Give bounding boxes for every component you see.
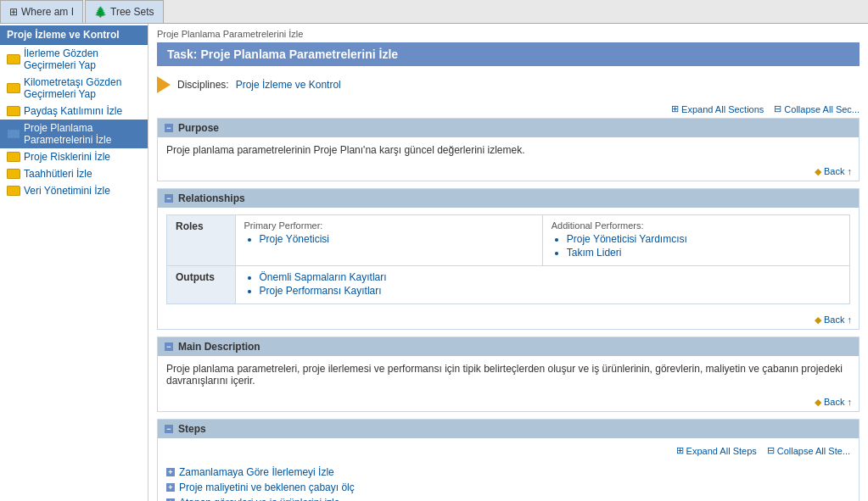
- collapse-all-steps-link[interactable]: ⊟ Collapse All Ste...: [767, 445, 850, 456]
- main-description-title: Main Description: [178, 341, 260, 353]
- additional-performers-cell: Additional Performers: Proje Yöneticisi …: [542, 215, 849, 266]
- expand-all-sections-label: Expand All Sections: [681, 104, 764, 114]
- folder-icon: [7, 129, 20, 139]
- steps-title: Steps: [178, 423, 206, 435]
- additional-performer-item[interactable]: Takım Lideri: [567, 247, 841, 259]
- primary-performer-cell: Primary Performer: Proje Yöneticisi: [235, 215, 542, 266]
- top-nav-bar: ⊞ Where am I 🌲 Tree Sets: [0, 0, 868, 24]
- steps-collapse-icon[interactable]: −: [165, 425, 173, 433]
- steps-body: ⊞ Expand All Steps ⊟ Collapse All Ste...…: [158, 438, 859, 501]
- sidebar-item-veri[interactable]: Veri Yönetimini İzle: [0, 182, 148, 199]
- purpose-back-link[interactable]: ◆ Back ↑: [158, 163, 859, 181]
- purpose-text: Proje planlama parametrelerinin Proje Pl…: [166, 144, 850, 156]
- additional-performers-label: Additional Performers:: [552, 220, 841, 231]
- sidebar-item-label: Veri Yönetimini İzle: [24, 185, 110, 197]
- primary-performer-item[interactable]: Proje Yöneticisi: [260, 233, 534, 245]
- sidebar-item-kilometre[interactable]: Kilometretaşı Gözden Geçirmeleri Yap: [0, 74, 148, 103]
- relationships-body: Roles Primary Performer: Proje Yöneticis…: [158, 208, 859, 311]
- grid-icon: ⊞: [9, 6, 18, 18]
- additional-performers-list: Proje Yöneticisi YardımcısıTakım Lideri: [567, 233, 841, 259]
- sidebar-item-label: İlerleme Gözden Geçirmeleri Yap: [24, 47, 141, 71]
- roles-row: Roles Primary Performer: Proje Yöneticis…: [167, 215, 850, 266]
- output-item[interactable]: Proje Performansı Kayıtları: [260, 285, 842, 297]
- expand-all-steps-label: Expand All Steps: [686, 446, 757, 456]
- folder-icon: [7, 169, 20, 179]
- sidebar: Proje İzleme ve Kontrol İlerleme Gözden …: [0, 24, 148, 501]
- step-item-step1[interactable]: +Zamanlamaya Göre İlerlemeyi İzle: [166, 465, 850, 480]
- purpose-section-header[interactable]: − Purpose: [158, 119, 859, 137]
- sidebar-item-label: Paydaş Katılımını İzle: [24, 105, 122, 117]
- folder-icon: [7, 83, 20, 93]
- sidebar-project-label: Proje İzleme ve Kontrol: [0, 25, 148, 45]
- purpose-section: − Purpose Proje planlama parametrelerini…: [157, 118, 860, 181]
- sidebar-item-taahhut[interactable]: Taahhütleri İzle: [0, 165, 148, 182]
- purpose-body: Proje planlama parametrelerinin Proje Pl…: [158, 137, 859, 163]
- discipline-arrow-icon: [157, 76, 171, 93]
- task-title: Task: Proje Planlama Parametrelerini İzl…: [157, 42, 860, 66]
- steps-list: +Zamanlamaya Göre İlerlemeyi İzle+Proje …: [166, 461, 850, 501]
- relationships-back-link[interactable]: ◆ Back ↑: [158, 311, 859, 329]
- collapse-all-sections-label: Collapse All Sec...: [784, 104, 860, 114]
- expand-steps-bar: ⊞ Expand All Steps ⊟ Collapse All Ste...: [166, 445, 850, 456]
- folder-icon: [7, 106, 20, 116]
- folder-icon: [7, 54, 20, 64]
- sidebar-item-proje-planlama[interactable]: Proje Planlama Parametrelerini İzle: [0, 120, 148, 148]
- purpose-title: Purpose: [178, 122, 219, 134]
- collapse-all-steps-label: Collapse All Ste...: [777, 446, 850, 456]
- sidebar-item-label: Taahhütleri İzle: [24, 168, 92, 180]
- main-description-text: Proje planlama parametreleri, proje iler…: [166, 363, 850, 387]
- additional-performer-item[interactable]: Proje Yöneticisi Yardımcısı: [567, 233, 841, 245]
- collapse-all-sections-link[interactable]: ⊟ Collapse All Sec...: [774, 103, 860, 114]
- main-description-back-link[interactable]: ◆ Back ↑: [158, 393, 859, 411]
- discipline-label: Disciplines:: [177, 79, 229, 91]
- minus-collapse-icon: ⊟: [774, 103, 781, 114]
- discipline-row: Disciplines: Proje İzleme ve Kontrol: [157, 73, 860, 97]
- step-item-step2[interactable]: +Proje maliyetini ve beklenen çabayı ölç: [166, 480, 850, 495]
- primary-performer-label: Primary Performer:: [244, 220, 534, 231]
- primary-performers-list: Proje Yöneticisi: [260, 233, 534, 245]
- outputs-cell: Önemli Sapmaların KayıtlarıProje Perform…: [235, 266, 850, 304]
- expand-all-sections-link[interactable]: ⊞ Expand All Sections: [671, 103, 764, 114]
- outputs-list: Önemli Sapmaların KayıtlarıProje Perform…: [260, 271, 842, 297]
- main-description-collapse-icon[interactable]: −: [165, 342, 173, 351]
- plus-expand-icon: ⊞: [671, 103, 679, 114]
- main-description-body: Proje planlama parametreleri, proje iler…: [158, 356, 859, 393]
- steps-section-header[interactable]: − Steps: [158, 420, 859, 438]
- expand-collapse-bar: ⊞ Expand All Sections ⊟ Collapse All Sec…: [157, 103, 860, 114]
- tab-tree-sets-label: Tree Sets: [110, 6, 154, 18]
- minus-steps-icon: ⊟: [767, 445, 775, 456]
- step-item-step3[interactable]: +Atanan görevleri ve iş ürünlerini izle: [166, 495, 850, 501]
- relationships-collapse-icon[interactable]: −: [165, 194, 173, 203]
- sidebar-item-label: Kilometretaşı Gözden Geçirmeleri Yap: [24, 76, 141, 100]
- folder-icon: [7, 152, 20, 162]
- relationships-section: − Relationships Roles Primary Performer:…: [157, 188, 860, 330]
- roles-table: Roles Primary Performer: Proje Yöneticis…: [166, 214, 850, 304]
- step-expand-icon[interactable]: +: [166, 468, 175, 476]
- expand-all-steps-link[interactable]: ⊞ Expand All Steps: [676, 445, 757, 456]
- sidebar-item-paydas[interactable]: Paydaş Katılımını İzle: [0, 103, 148, 120]
- main-layout: Proje İzleme ve Kontrol İlerleme Gözden …: [0, 24, 868, 501]
- main-description-header[interactable]: − Main Description: [158, 337, 859, 356]
- relationships-title: Relationships: [178, 192, 245, 204]
- sidebar-item-label: Proje Risklerini İzle: [24, 151, 110, 163]
- roles-label-cell: Roles: [167, 215, 236, 266]
- tab-tree-sets[interactable]: 🌲 Tree Sets: [85, 0, 164, 23]
- output-item[interactable]: Önemli Sapmaların Kayıtları: [260, 271, 842, 283]
- plus-steps-icon: ⊞: [676, 445, 684, 456]
- step-label: Proje maliyetini ve beklenen çabayı ölç: [179, 482, 355, 493]
- step-expand-icon[interactable]: +: [166, 483, 175, 492]
- folder-icon: [7, 186, 20, 196]
- purpose-collapse-icon[interactable]: −: [165, 124, 173, 132]
- sidebar-item-proje-riskleri[interactable]: Proje Risklerini İzle: [0, 148, 148, 165]
- tab-where-am-i[interactable]: ⊞ Where am I: [0, 0, 83, 23]
- sidebar-item-ilerleme[interactable]: İlerleme Gözden Geçirmeleri Yap: [0, 45, 148, 74]
- outputs-label-cell: Outputs: [167, 266, 236, 304]
- tree-icon: 🌲: [94, 6, 107, 18]
- outputs-row: Outputs Önemli Sapmaların KayıtlarıProje…: [167, 266, 850, 304]
- sidebar-item-label: Proje Planlama Parametrelerini İzle: [24, 122, 141, 146]
- step-label: Atanan görevleri ve iş ürünlerini izle: [179, 497, 339, 501]
- relationships-section-header[interactable]: − Relationships: [158, 189, 859, 208]
- content-area: Proje Planlama Parametrelerini İzle Task…: [148, 24, 868, 501]
- discipline-value[interactable]: Proje İzleme ve Kontrol: [236, 79, 341, 91]
- step-label: Zamanlamaya Göre İlerlemeyi İzle: [179, 466, 334, 478]
